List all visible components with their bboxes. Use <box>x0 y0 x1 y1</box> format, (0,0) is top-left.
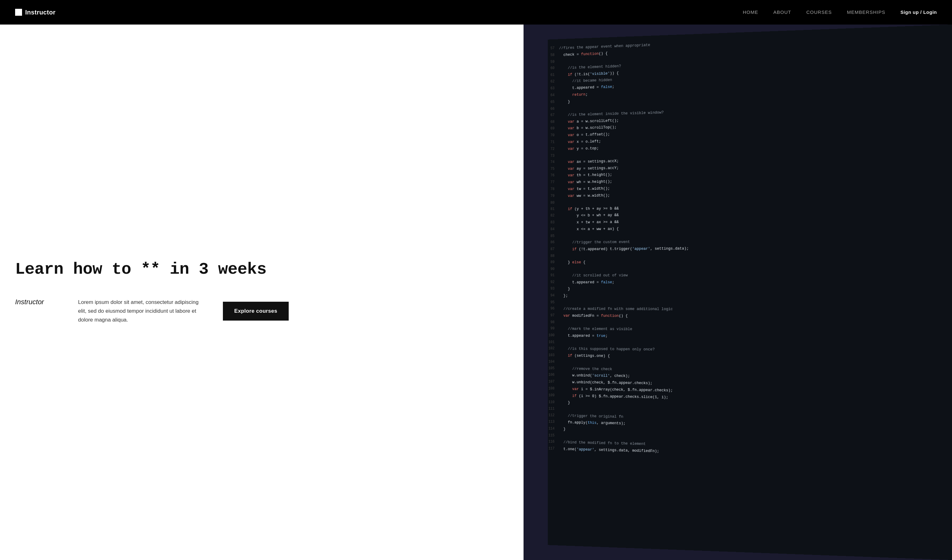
hero-meta: Instructor Lorem ipsum dolor sit amet, c… <box>15 298 508 324</box>
code-display-container: 57//fires the appear event when appropri… <box>548 25 952 560</box>
nav-item-courses[interactable]: COURSES <box>806 9 832 15</box>
hero-content: Learn how to ** in 3 weeks Instructor Lo… <box>0 25 524 560</box>
hero-code-image: 57//fires the appear event when appropri… <box>524 25 952 560</box>
logo-icon <box>15 9 22 16</box>
nav-links: HOME ABOUT COURSES MEMBERSHIPS Sign up /… <box>743 9 937 15</box>
logo-link[interactable]: Instructor <box>15 9 56 16</box>
nav-item-memberships[interactable]: MEMBERSHIPS <box>847 9 885 15</box>
logo-text: Instructor <box>25 9 56 16</box>
nav-link-courses[interactable]: COURSES <box>806 9 832 15</box>
navbar: Instructor HOME ABOUT COURSES MEMBERSHIP… <box>0 0 952 25</box>
hero-description: Lorem ipsum dolor sit amet, consectetur … <box>78 298 204 324</box>
hero-section: Learn how to ** in 3 weeks Instructor Lo… <box>0 25 952 560</box>
nav-link-memberships[interactable]: MEMBERSHIPS <box>847 9 885 15</box>
hero-author: Instructor <box>15 298 78 306</box>
hero-title: Learn how to ** in 3 weeks <box>15 260 508 279</box>
nav-item-home[interactable]: HOME <box>743 9 758 15</box>
nav-link-signup[interactable]: Sign up / Login <box>900 9 937 15</box>
nav-link-home[interactable]: HOME <box>743 9 758 15</box>
nav-item-about[interactable]: ABOUT <box>773 9 791 15</box>
nav-item-signup[interactable]: Sign up / Login <box>900 9 937 15</box>
explore-courses-button[interactable]: Explore courses <box>223 302 289 321</box>
code-display: 57//fires the appear event when appropri… <box>548 25 952 560</box>
nav-link-about[interactable]: ABOUT <box>773 9 791 15</box>
